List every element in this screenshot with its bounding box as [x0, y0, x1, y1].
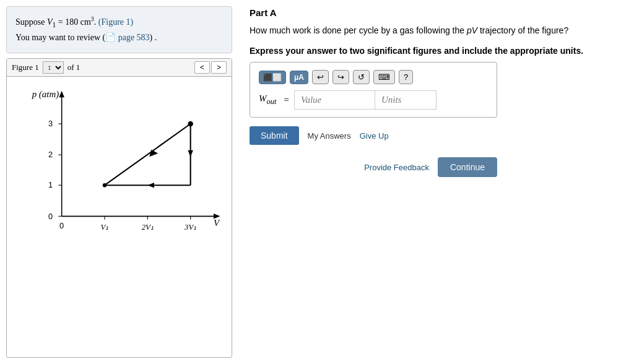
matrix-icon: ⬛⬜ — [263, 73, 282, 82]
bottom-row: Provide Feedback Continue — [250, 157, 497, 177]
svg-point-28 — [103, 183, 106, 187]
left-panel: Suppose V1 = 180 cm3. (Figure 1) You may… — [0, 0, 238, 364]
graph-area: p (atm) V 0 — [7, 77, 232, 250]
page-icon: 📄 — [105, 33, 116, 42]
units-input[interactable] — [375, 90, 436, 110]
mu-button[interactable]: μA — [290, 71, 308, 84]
express-text: Express your answer to two significant f… — [250, 46, 623, 56]
figure-header-left: Figure 1 ↕ of 1 — [12, 61, 80, 74]
right-panel: Part A How much work is done per cycle b… — [238, 0, 634, 364]
svg-text:0: 0 — [48, 211, 53, 220]
continue-button[interactable]: Continue — [438, 157, 497, 177]
my-answers-link[interactable]: My Answers — [308, 131, 351, 141]
give-up-link[interactable]: Give Up — [360, 131, 389, 141]
help-button[interactable]: ? — [399, 70, 413, 84]
figure-container: Figure 1 ↕ of 1 < > p (atm) — [6, 58, 232, 358]
w-sub: out — [267, 97, 277, 106]
figure-label: Figure 1 — [12, 63, 39, 72]
svg-text:2V₁: 2V₁ — [142, 222, 154, 231]
undo-button[interactable]: ↩ — [312, 70, 329, 84]
svg-point-27 — [188, 121, 193, 126]
figure-next-button[interactable]: > — [211, 61, 227, 74]
submit-button[interactable]: Submit — [250, 126, 299, 145]
svg-text:p (atm): p (atm) — [32, 89, 59, 100]
refresh-button[interactable]: ↺ — [353, 70, 370, 84]
undo-icon: ↩ — [317, 72, 324, 82]
keyboard-icon: ⌨ — [378, 72, 390, 82]
figure-link[interactable]: (Figure 1) — [98, 17, 133, 27]
answer-box: ⬛⬜ μA ↩ ↪ ↺ ⌨ ? Wout = — [250, 62, 497, 118]
figure-select[interactable]: ↕ — [43, 61, 64, 74]
mu-icon: μA — [294, 73, 304, 82]
equals-sign: = — [284, 95, 289, 105]
info-box: Suppose V1 = 180 cm3. (Figure 1) You may… — [6, 6, 232, 53]
review-text: You may want to review (📄 page 583) . — [15, 33, 157, 42]
svg-text:1: 1 — [48, 180, 53, 189]
question-text: How much work is done per cycle by a gas… — [250, 24, 623, 37]
svg-text:3: 3 — [48, 119, 53, 128]
redo-icon: ↪ — [337, 72, 344, 82]
action-row: Submit My Answers Give Up — [250, 126, 623, 145]
svg-marker-26 — [147, 182, 154, 188]
matrix-button[interactable]: ⬛⬜ — [259, 71, 286, 84]
figure-nav-group: < > — [194, 61, 227, 74]
svg-marker-24 — [147, 147, 158, 158]
pv-graph: p (atm) V 0 — [25, 83, 224, 244]
svg-text:V: V — [214, 218, 220, 228]
svg-marker-25 — [188, 150, 193, 157]
info-text: Suppose V1 = 180 cm3. (Figure 1) — [15, 17, 133, 27]
w-label: Wout — [259, 93, 276, 106]
svg-text:2: 2 — [48, 150, 53, 159]
svg-marker-3 — [59, 90, 64, 97]
svg-text:V₁: V₁ — [101, 222, 109, 231]
figure-prev-button[interactable]: < — [194, 61, 210, 74]
input-row: Wout = — [259, 90, 488, 110]
keyboard-button[interactable]: ⌨ — [373, 70, 395, 84]
feedback-link[interactable]: Provide Feedback — [364, 163, 429, 172]
page-link[interactable]: page 583 — [118, 33, 150, 42]
part-label: Part A — [250, 7, 623, 18]
refresh-icon: ↺ — [358, 72, 365, 82]
svg-text:3V₁: 3V₁ — [184, 222, 196, 231]
value-input[interactable] — [294, 90, 375, 110]
redo-button[interactable]: ↪ — [332, 70, 349, 84]
figure-of: of 1 — [67, 63, 80, 72]
toolbar: ⬛⬜ μA ↩ ↪ ↺ ⌨ ? — [259, 70, 488, 84]
help-icon: ? — [404, 72, 408, 82]
svg-line-21 — [105, 124, 191, 185]
svg-text:0: 0 — [59, 220, 64, 230]
figure-header: Figure 1 ↕ of 1 < > — [7, 59, 232, 77]
